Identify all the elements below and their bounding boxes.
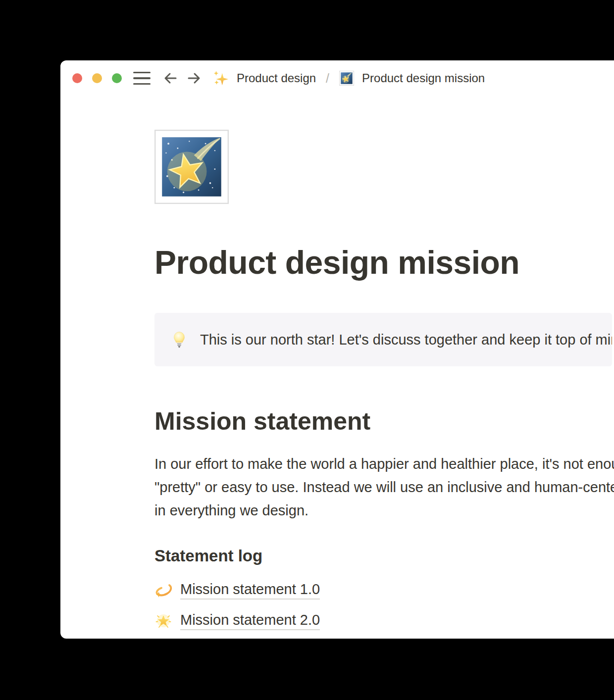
page-link-mission-statement-1[interactable]: Mission statement 1.0	[154, 580, 614, 600]
page-content: Product design mission	[60, 130, 614, 631]
callout: This is our north star! Let's discuss to…	[154, 313, 612, 366]
arrow-left-icon	[162, 70, 178, 86]
desktop-background: Product design /	[0, 0, 614, 700]
page-link-mission-statement-2[interactable]: Mission statement 2.0	[154, 610, 614, 631]
breadcrumb-separator: /	[326, 71, 329, 86]
traffic-light-zoom[interactable]	[112, 73, 122, 83]
breadcrumb: Product design /	[212, 70, 485, 87]
light-bulb-icon[interactable]	[170, 331, 188, 349]
breadcrumb-item-product-design-mission[interactable]: Product design mission	[339, 70, 485, 86]
mission-paragraph: In our effort to make the world a happie…	[154, 452, 614, 522]
page-icon[interactable]	[154, 130, 229, 204]
traffic-light-minimize[interactable]	[92, 73, 102, 83]
traffic-light-close[interactable]	[72, 73, 82, 83]
paragraph-line: In our effort to make the world a happie…	[154, 452, 614, 476]
arrow-right-icon	[186, 70, 202, 86]
statement-log-heading: Statement log	[154, 545, 614, 567]
glowing-star-icon	[154, 612, 172, 630]
sidebar-toggle-button[interactable]	[133, 72, 151, 85]
page-title[interactable]: Product design mission	[154, 239, 614, 286]
hamburger-icon	[133, 72, 151, 74]
page-link-label[interactable]: Mission statement 1.0	[180, 581, 320, 600]
paragraph-line: in everything we design.	[154, 499, 614, 522]
back-button[interactable]	[162, 70, 178, 86]
page-link-label[interactable]: Mission statement 2.0	[180, 612, 320, 630]
dizzy-icon	[154, 581, 172, 599]
breadcrumb-label: Product design	[237, 70, 316, 86]
callout-text: This is our north star! Let's discuss to…	[200, 329, 612, 350]
shooting-star-icon	[339, 71, 354, 86]
paragraph-line: "pretty" or easy to use. Instead we will…	[154, 476, 614, 499]
window-toolbar: Product design /	[60, 60, 614, 96]
window-controls	[72, 73, 122, 83]
app-window: Product design /	[60, 60, 614, 639]
breadcrumb-item-product-design[interactable]: Product design	[212, 70, 316, 87]
sparkles-icon	[212, 70, 229, 87]
forward-button[interactable]	[186, 70, 202, 86]
mission-statement-heading: Mission statement	[154, 407, 614, 436]
breadcrumb-label: Product design mission	[362, 70, 485, 86]
